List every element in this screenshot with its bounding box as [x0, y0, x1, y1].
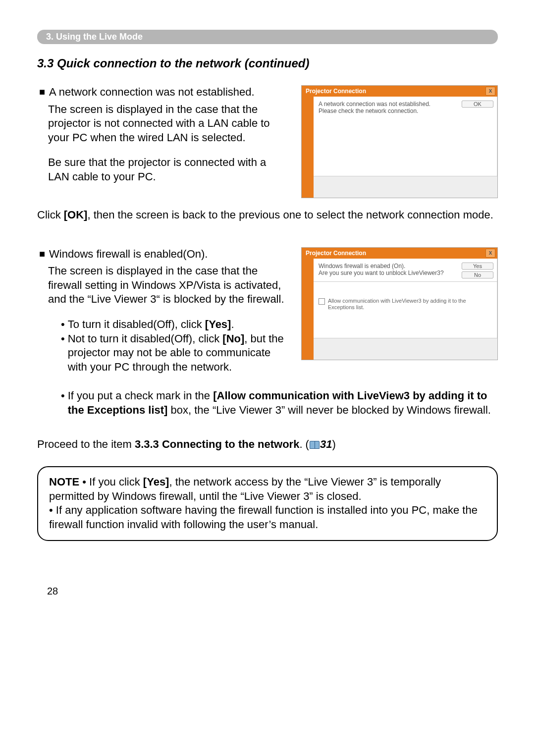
dialog-firewall: Projector Connection x Windows firewall …	[301, 247, 498, 360]
block2-p1: The screen is displayed in the case that…	[48, 264, 289, 307]
ok-button[interactable]: OK	[462, 101, 493, 108]
block2-heading: Windows firewall is enabled(On).	[49, 247, 208, 262]
block1-p1: The screen is displayed in the case that…	[48, 103, 289, 145]
block1-after: Click [OK], then the screen is back to t…	[37, 209, 493, 221]
no-button[interactable]: No	[462, 271, 493, 278]
proceed-text: Proceed to the item 3.3.3 Connecting to …	[37, 438, 336, 450]
block1-p2: Be sure that the projector is connected …	[48, 156, 289, 184]
bullet-exceptions: • If you put a check mark in the [Allow …	[61, 389, 498, 417]
subsection-title: 3.3 Quick connection to the network (con…	[37, 56, 498, 70]
dialog-sidebar	[302, 97, 314, 176]
square-bullet-icon: ■	[39, 247, 45, 262]
square-bullet-icon: ■	[39, 85, 45, 100]
note-box: NOTE • If you click [Yes], the network a…	[37, 466, 498, 540]
dialog-sidebar	[302, 259, 314, 338]
page-number: 28	[47, 586, 498, 597]
note-label: NOTE	[49, 476, 79, 488]
dialog-footer	[314, 176, 497, 198]
dialog-sidebar-footer	[302, 338, 314, 360]
bullet-yes: • To turn it disabled(Off), click [Yes].	[61, 318, 289, 332]
dialog-network-not-established: Projector Connection x A network connect…	[301, 85, 498, 198]
dialog2-chk-label: Allow communication with LiveViewer3 by …	[328, 298, 492, 311]
close-icon[interactable]: x	[485, 249, 495, 258]
dialog1-line2: Please check the network connection.	[319, 108, 492, 114]
dialog1-title: Projector Connection	[306, 88, 366, 95]
section-header-text: 3. Using the Live Mode	[46, 32, 143, 42]
book-icon	[310, 441, 320, 449]
close-icon[interactable]: x	[485, 87, 495, 96]
dialog2-title: Projector Connection	[306, 250, 366, 257]
bullet-no: • Not to turn it disabled(Off), click [N…	[61, 332, 289, 375]
exceptions-checkbox[interactable]	[319, 298, 325, 305]
section-header: 3. Using the Live Mode	[37, 30, 498, 44]
block1-heading: A network connection was not established…	[49, 85, 255, 100]
dialog-footer	[314, 338, 497, 360]
yes-button[interactable]: Yes	[462, 263, 493, 270]
dialog-sidebar-footer	[302, 176, 314, 198]
